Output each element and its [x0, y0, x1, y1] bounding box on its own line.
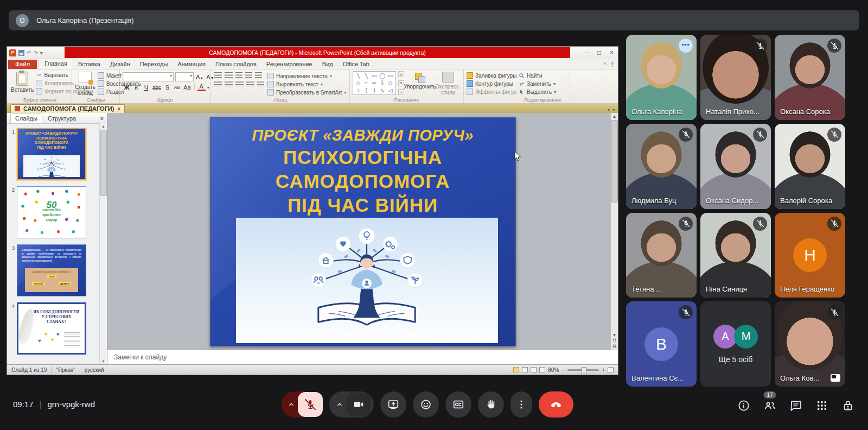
find-button[interactable]: Найти: [519, 73, 556, 79]
present-button[interactable]: [380, 391, 406, 418]
text-direction-button[interactable]: Направление текста▾: [267, 73, 346, 79]
tab-file[interactable]: Файл: [8, 60, 37, 69]
normal-view-button[interactable]: [513, 367, 519, 372]
shape-glyph[interactable]: ☆: [356, 87, 361, 93]
overflow-tile[interactable]: A M Ще 5 осіб: [700, 301, 771, 387]
align-left-icon[interactable]: [214, 81, 222, 87]
shape-glyph[interactable]: ◯: [379, 73, 385, 79]
shapes-more[interactable]: ▾: [398, 89, 404, 95]
tab-insert[interactable]: Вставка: [73, 60, 105, 69]
shapes-gallery[interactable]: ╲ ╲ ▭ ◯ ▭ △ ⌐ ⇨ ⇩ ◇ ☆ ( ) ∿ ◁: [353, 71, 396, 95]
restore-button[interactable]: □: [597, 49, 601, 56]
shape-glyph[interactable]: ⇩: [380, 80, 385, 86]
font-color-button[interactable]: А: [197, 84, 206, 91]
participant-tile-nelia-herashchenko[interactable]: Н Неля Геращенко: [775, 213, 845, 298]
shapes-scroll-up[interactable]: ▲: [398, 71, 404, 77]
activities-button[interactable]: [814, 397, 830, 414]
font-name-select[interactable]: [123, 72, 174, 81]
smartart-button[interactable]: Преобразовать в SmartArt▾: [267, 89, 346, 96]
columns-icon[interactable]: [257, 81, 264, 87]
presenter-banner[interactable]: О Ольга Капоріна (Презентація): [9, 10, 859, 30]
save-icon[interactable]: [18, 50, 24, 56]
shape-glyph[interactable]: △: [356, 80, 361, 86]
host-controls-button[interactable]: [840, 397, 856, 414]
reactions-button[interactable]: [413, 391, 439, 418]
participant-tile-valentyna[interactable]: В Валентина Сє...: [626, 301, 697, 387]
shape-effects-button[interactable]: Эффекты фигур: [467, 88, 516, 95]
participant-tile-valerii-soroka[interactable]: Валерій Сорока: [775, 124, 845, 209]
align-text-button[interactable]: Выровнять текст▾: [267, 81, 346, 87]
shape-glyph[interactable]: ⌐: [365, 80, 368, 86]
italic-button[interactable]: К: [132, 84, 141, 91]
align-center-icon[interactable]: [225, 81, 233, 87]
tab-design[interactable]: Дизайн: [105, 60, 135, 69]
editor-scrollbar[interactable]: ▲ ▼ ⇈ ⇊: [610, 113, 618, 350]
tile-menu-icon[interactable]: •••: [679, 39, 693, 53]
participant-tile-tetiana[interactable]: Тетяна ...: [626, 213, 697, 298]
pane-close-icon[interactable]: ×: [100, 115, 104, 122]
strip-scroll-down-icon[interactable]: ▼: [607, 108, 610, 112]
zoom-in-button[interactable]: +: [602, 367, 605, 373]
raise-hand-button[interactable]: [478, 391, 504, 418]
minimize-button[interactable]: –: [585, 49, 589, 56]
quick-styles-button[interactable]: Экспресс-стили: [436, 71, 461, 96]
tab-transitions[interactable]: Переходы: [135, 60, 173, 69]
participant-tile-oksana-sydor[interactable]: Оксана Сидор...: [700, 124, 771, 209]
slide-thumbnail-1[interactable]: 1 ПРОЄКТ «ЗАВЖДИ ПОРУЧ» ПСИХОЛОГІЧНА САМ…: [9, 128, 98, 180]
slide-thumbnail-4[interactable]: 4 ЯК СОБІ ДОПОМОГТИ У СТРЕСОВИХ СТАНАХ? …: [9, 302, 98, 355]
change-case-button[interactable]: Аа: [183, 84, 192, 91]
mic-mute-button[interactable]: [298, 392, 323, 417]
pane-tab-slides[interactable]: Слайды: [10, 113, 42, 123]
fit-to-window-button[interactable]: [608, 367, 614, 372]
bullets-icon[interactable]: [214, 72, 222, 79]
chat-button[interactable]: [788, 397, 804, 414]
zoom-out-button[interactable]: −: [561, 367, 565, 373]
slide-thumbnail-2[interactable]: 2 50 способів зробити паузу: [9, 186, 98, 238]
previous-slide-button[interactable]: ⇈: [612, 338, 617, 343]
decrease-indent-icon[interactable]: [235, 72, 242, 79]
underline-button[interactable]: Ч: [142, 84, 150, 91]
editor-scroll-thumb[interactable]: [611, 120, 618, 203]
slideshow-view-button[interactable]: [539, 367, 545, 372]
strikethrough-button[interactable]: abc: [152, 85, 162, 91]
document-tab[interactable]: САМОДОПОМОГА (ПЕДАГОГИ) ×: [10, 104, 125, 113]
powerpoint-logo-icon[interactable]: P: [9, 49, 16, 56]
new-slide-button[interactable]: Создать слайд: [75, 71, 95, 96]
tab-office-tab[interactable]: Office Tab: [338, 60, 374, 69]
shadow-button[interactable]: S: [163, 84, 171, 91]
reading-view-button[interactable]: [531, 367, 537, 372]
undo-icon[interactable]: ↶: [27, 50, 31, 56]
tab-home[interactable]: Главная: [39, 59, 73, 69]
shape-glyph[interactable]: ◁: [388, 87, 393, 93]
people-button[interactable]: 17: [762, 397, 778, 414]
align-right-icon[interactable]: [235, 81, 244, 87]
participant-tile-oksana-soroka[interactable]: Оксана Сорока: [775, 35, 845, 120]
mic-control[interactable]: [282, 391, 323, 418]
help-icon[interactable]: ?: [610, 62, 614, 68]
increase-indent-icon[interactable]: [245, 72, 252, 79]
shape-fill-button[interactable]: Заливка фигуры: [467, 72, 516, 79]
paste-button[interactable]: Вставить: [11, 71, 34, 96]
shape-glyph[interactable]: ╲: [365, 73, 368, 79]
close-button[interactable]: ×: [610, 49, 614, 56]
participant-tile-liudmyla-buts[interactable]: Людмила Буц: [626, 124, 697, 209]
picture-in-picture-icon[interactable]: [831, 374, 840, 382]
tab-animations[interactable]: Анимация: [173, 60, 210, 69]
shape-glyph[interactable]: (: [366, 87, 367, 93]
slide-sorter-view-button[interactable]: [522, 367, 528, 372]
meeting-details-button[interactable]: [736, 397, 752, 414]
pane-tab-outline[interactable]: Структура: [43, 114, 80, 123]
participant-tile-olha-kov[interactable]: Ольга Ков...: [775, 301, 845, 387]
select-button[interactable]: Выделить▾: [519, 89, 556, 95]
shape-glyph[interactable]: ): [373, 87, 375, 93]
minimize-ribbon-icon[interactable]: ^: [604, 62, 607, 68]
end-call-button[interactable]: [539, 391, 573, 418]
shape-glyph[interactable]: ▭: [388, 73, 393, 79]
bold-button[interactable]: Ж: [123, 84, 131, 91]
shape-outline-button[interactable]: Контур фигуры: [467, 80, 516, 87]
zoom-slider-thumb[interactable]: [582, 367, 586, 374]
document-tab-close-icon[interactable]: ×: [117, 106, 120, 112]
shape-glyph[interactable]: ∿: [380, 87, 385, 93]
captions-button[interactable]: [445, 391, 471, 418]
line-spacing-icon[interactable]: [255, 72, 262, 79]
